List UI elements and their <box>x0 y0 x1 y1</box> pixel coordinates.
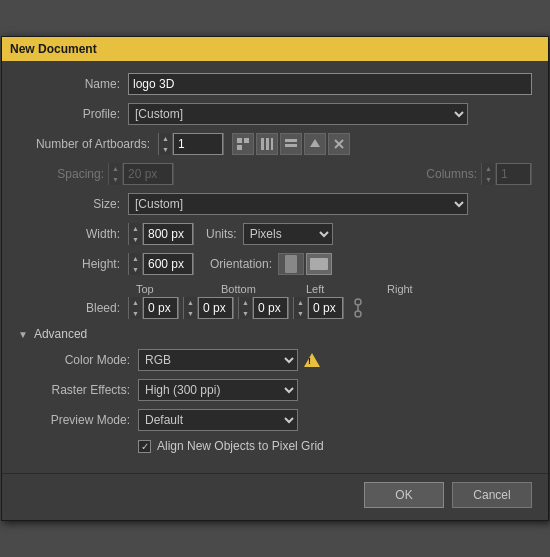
size-select[interactable]: [Custom] <box>128 193 468 215</box>
spacing-label: Spacing: <box>18 167 108 181</box>
bleed-right-field: ▲ ▼ <box>293 297 344 319</box>
warning-icon <box>304 353 320 367</box>
spacing-value[interactable] <box>123 163 173 185</box>
width-arrows[interactable]: ▲ ▼ <box>129 223 143 245</box>
bleed-bottom-value[interactable] <box>198 297 233 319</box>
spacing-cols-row: Spacing: ▲ ▼ Columns: ▲ ▼ <box>18 163 532 185</box>
artboards-value[interactable] <box>173 133 223 155</box>
spacing-up[interactable]: ▲ <box>109 163 122 174</box>
profile-row: Profile: [Custom] <box>18 103 532 125</box>
artboards-label: Number of Artboards: <box>18 137 158 151</box>
bleed-left-value[interactable] <box>253 297 288 319</box>
warning-icon-wrap <box>304 353 320 367</box>
spacing-down[interactable]: ▼ <box>109 174 122 185</box>
raster-row: Raster Effects: High (300 ppi) Medium (1… <box>18 379 532 401</box>
advanced-section[interactable]: ▼ Advanced <box>18 327 532 341</box>
grid-by-row-icon[interactable] <box>232 133 254 155</box>
svg-rect-3 <box>261 138 264 150</box>
bleed-right-header: Right <box>373 283 458 295</box>
align-row: ✓ Align New Objects to Pixel Grid <box>18 439 532 453</box>
bleed-bottom-arrows[interactable]: ▲ ▼ <box>184 297 198 319</box>
svg-rect-5 <box>271 138 273 150</box>
svg-rect-11 <box>285 255 297 273</box>
landscape-btn[interactable] <box>306 253 332 275</box>
bleed-bottom-down[interactable]: ▼ <box>184 308 197 319</box>
size-row: Size: [Custom] <box>18 193 532 215</box>
bleed-top-value[interactable] <box>143 297 178 319</box>
width-down[interactable]: ▼ <box>129 234 142 245</box>
columns-up[interactable]: ▲ <box>482 163 495 174</box>
bleed-row: Bleed: ▲ ▼ ▲ ▼ <box>18 297 532 319</box>
move-up-icon[interactable] <box>304 133 326 155</box>
columns-input-group: ▲ ▼ <box>481 163 532 185</box>
artboards-up[interactable]: ▲ <box>159 133 172 144</box>
bleed-right-arrows[interactable]: ▲ ▼ <box>294 297 308 319</box>
width-label: Width: <box>18 227 128 241</box>
bleed-right-value[interactable] <box>308 297 343 319</box>
columns-down[interactable]: ▼ <box>482 174 495 185</box>
delete-artboard-icon[interactable] <box>328 133 350 155</box>
bleed-right-up[interactable]: ▲ <box>294 297 307 308</box>
size-label: Size: <box>18 197 128 211</box>
height-orient-row: Height: ▲ ▼ Orientation: <box>18 253 532 275</box>
name-label: Name: <box>18 77 128 91</box>
width-up[interactable]: ▲ <box>129 223 142 234</box>
svg-rect-0 <box>237 138 242 143</box>
bleed-top-header: Top <box>118 283 203 295</box>
cancel-button[interactable]: Cancel <box>452 482 532 508</box>
artboards-spinner: ▲ ▼ <box>158 133 224 155</box>
height-down[interactable]: ▼ <box>129 264 142 275</box>
align-label: Align New Objects to Pixel Grid <box>157 439 324 453</box>
chain-link-icon[interactable] <box>350 297 366 319</box>
columns-arrows[interactable]: ▲ ▼ <box>482 163 496 185</box>
portrait-btn[interactable] <box>278 253 304 275</box>
preview-select[interactable]: Default Pixel Overprint <box>138 409 298 431</box>
name-row: Name: <box>18 73 532 95</box>
bleed-left-arrows[interactable]: ▲ ▼ <box>239 297 253 319</box>
height-arrows[interactable]: ▲ ▼ <box>129 253 143 275</box>
bleed-left-group: ▲ ▼ <box>238 297 289 319</box>
artboards-down[interactable]: ▼ <box>159 144 172 155</box>
units-select[interactable]: Pixels <box>243 223 333 245</box>
grid-by-col-icon[interactable] <box>256 133 278 155</box>
spacing-arrows[interactable]: ▲ ▼ <box>109 163 123 185</box>
bleed-right-down[interactable]: ▼ <box>294 308 307 319</box>
bleed-left-header: Left <box>288 283 373 295</box>
artboards-row: Number of Artboards: ▲ ▼ <box>18 133 532 155</box>
profile-label: Profile: <box>18 107 128 121</box>
color-mode-select[interactable]: RGB CMYK <box>138 349 298 371</box>
bleed-bottom-up[interactable]: ▲ <box>184 297 197 308</box>
ok-button[interactable]: OK <box>364 482 444 508</box>
bleed-top-arrows[interactable]: ▲ ▼ <box>129 297 143 319</box>
align-checkbox[interactable]: ✓ <box>138 440 151 453</box>
bleed-headers: Top Bottom Left Right <box>18 283 532 295</box>
bleed-top-down[interactable]: ▼ <box>129 308 142 319</box>
profile-select[interactable]: [Custom] <box>128 103 468 125</box>
bleed-top-up[interactable]: ▲ <box>129 297 142 308</box>
units-label: Units: <box>206 227 237 241</box>
bleed-top-group: ▲ ▼ <box>128 297 179 319</box>
height-up[interactable]: ▲ <box>129 253 142 264</box>
title-bar: New Document <box>2 37 548 61</box>
orientation-label: Orientation: <box>210 257 272 271</box>
svg-rect-7 <box>285 144 297 147</box>
bleed-bottom-field: ▲ ▼ <box>183 297 234 319</box>
width-value[interactable] <box>143 223 193 245</box>
raster-select[interactable]: High (300 ppi) Medium (150 ppi) Low (72 … <box>138 379 298 401</box>
bleed-bottom-group: ▲ ▼ <box>183 297 234 319</box>
advanced-triangle-icon: ▼ <box>18 329 28 340</box>
artboards-arrows[interactable]: ▲ ▼ <box>159 133 173 155</box>
spacing-input-group: ▲ ▼ <box>108 163 174 185</box>
width-units-row: Width: ▲ ▼ Units: Pixels <box>18 223 532 245</box>
name-input[interactable] <box>128 73 532 95</box>
arrange-by-row-icon[interactable] <box>280 133 302 155</box>
color-mode-label: Color Mode: <box>18 353 138 367</box>
svg-marker-8 <box>310 139 320 147</box>
bleed-top-field: ▲ ▼ <box>128 297 179 319</box>
bleed-left-down[interactable]: ▼ <box>239 308 252 319</box>
columns-value[interactable] <box>496 163 531 185</box>
height-value[interactable] <box>143 253 193 275</box>
bleed-left-field: ▲ ▼ <box>238 297 289 319</box>
dialog-content: Name: Profile: [Custom] Number of Artboa… <box>2 61 548 473</box>
bleed-left-up[interactable]: ▲ <box>239 297 252 308</box>
